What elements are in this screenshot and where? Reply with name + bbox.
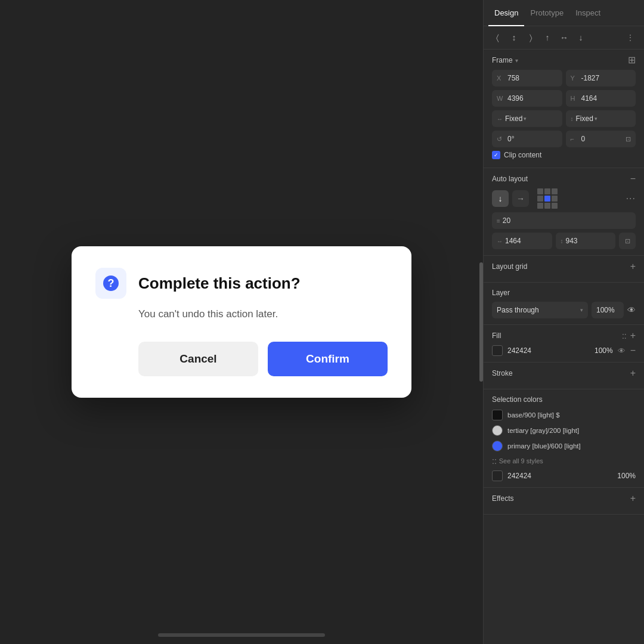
al-height-icon: ↕ (561, 238, 564, 244)
frame-width-sizing[interactable]: ↔ Fixed ▾ (492, 110, 562, 127)
al-more-options[interactable]: ··· (626, 193, 636, 204)
width-sizing-icon: ↔ (497, 116, 503, 122)
sel-label-gray200: tertiary [gray]/200 [light] (507, 427, 579, 434)
frame-w-prop[interactable]: W 4396 (492, 90, 562, 107)
height-sizing-value: Fixed (576, 114, 593, 123)
sel-swatch-blue600[interactable] (492, 441, 503, 451)
y-value: -1827 (581, 74, 600, 82)
h-value: 4164 (581, 94, 597, 103)
sel-color-gray200: tertiary [gray]/200 [light] (492, 425, 636, 436)
align-right-icon[interactable]: 〉 (524, 31, 537, 44)
height-sizing-icon: ↕ (571, 116, 574, 122)
auto-layout-size-row: ↔ 1464 ↕ 943 ⊡ (492, 233, 636, 249)
fill-visibility-icon[interactable]: 👁 (618, 346, 626, 355)
clip-content-label: Clip content (504, 151, 541, 159)
frame-x-prop[interactable]: X 758 (492, 70, 562, 86)
effects-add-btn[interactable]: + (630, 494, 636, 503)
fill-hex-value: 242424 (507, 346, 590, 355)
frame-corner-prop[interactable]: ⌐ 0 ⊡ (566, 131, 636, 147)
align-tools-row: 〈 ↕ 〉 ↑ ↔ ↓ ⋮ (484, 26, 644, 49)
frame-h-prop[interactable]: H 4164 (566, 90, 636, 107)
al-down-btn[interactable]: ↓ (492, 190, 509, 207)
fill-drag-handle[interactable]: :: (622, 331, 627, 340)
al-right-btn[interactable]: → (512, 190, 529, 207)
frame-y-prop[interactable]: Y -1827 (566, 70, 636, 86)
auto-layout-section: Auto layout − ↓ → ··· ≡ 20 (484, 168, 644, 256)
fill-opacity-value: 100% (595, 346, 613, 355)
canvas-horizontal-scrollbar[interactable] (158, 633, 325, 637)
al-dot-bc (544, 203, 550, 209)
frame-resize-icon[interactable]: ⊞ (628, 55, 636, 65)
layout-grid-add-btn[interactable]: + (630, 262, 636, 271)
design-panel: Design Prototype Inspect 〈 ↕ 〉 ↑ ↔ ↓ ⋮ F… (483, 0, 644, 644)
layer-visibility-icon[interactable]: 👁 (627, 305, 636, 315)
align-top-icon[interactable]: ↑ (541, 31, 554, 44)
sel-color-base900: base/900 [light] $ (492, 410, 636, 420)
selection-colors-title: Selection colors (492, 395, 543, 404)
fill-add-btn[interactable]: + (630, 331, 636, 340)
see-all-styles-link[interactable]: :: See all 9 styles (492, 456, 636, 466)
layout-grid-title: Layout grid (492, 262, 527, 271)
al-width-value: 1464 (505, 237, 521, 245)
stroke-add-btn[interactable]: + (630, 369, 636, 378)
align-left-icon[interactable]: 〈 (491, 31, 504, 44)
layer-section: Layer Pass through ▾ 100% 👁 (484, 283, 644, 325)
sel-swatch-gray200[interactable] (492, 425, 503, 436)
align-center-v-icon[interactable]: ↔ (558, 31, 571, 44)
canvas-vertical-scrollbar[interactable] (479, 262, 483, 382)
layout-grid-header: Layout grid + (492, 262, 636, 271)
modal-title: Complete this action? (138, 274, 301, 293)
al-height-prop[interactable]: ↕ 943 (556, 233, 616, 249)
fill-remove-btn[interactable]: − (630, 345, 636, 356)
rotation-icon: ↺ (497, 135, 505, 143)
tab-prototype[interactable]: Prototype (524, 1, 569, 26)
opacity-value: 100% (596, 306, 615, 314)
width-sizing-value: Fixed (505, 114, 522, 123)
layer-section-title: Layer (492, 289, 510, 297)
al-dot-tr (552, 188, 558, 194)
clip-content-checkbox[interactable]: ✓ (492, 151, 500, 159)
fill-color-swatch[interactable] (492, 345, 503, 356)
confirm-button[interactable]: Confirm (268, 342, 388, 376)
opacity-prop[interactable]: 100% (592, 302, 624, 318)
align-more-icon[interactable]: ⋮ (624, 31, 637, 44)
frame-rotation-prop[interactable]: ↺ 0° (492, 131, 562, 147)
align-bottom-icon[interactable]: ↓ (574, 31, 587, 44)
al-gap-prop[interactable]: ≡ 20 (492, 212, 636, 229)
sel-color-blue600: primary [blue]/600 [light] (492, 441, 636, 451)
tab-design[interactable]: Design (488, 1, 524, 26)
stroke-section-header: Stroke + (492, 369, 636, 378)
layout-grid-section: Layout grid + (484, 256, 644, 283)
frame-sizing-props: ↔ Fixed ▾ ↕ Fixed ▾ (492, 110, 636, 127)
frame-dropdown-chevron[interactable]: ▾ (515, 57, 518, 64)
al-width-prop[interactable]: ↔ 1464 (492, 233, 552, 249)
stroke-section: Stroke + (484, 363, 644, 389)
sel-fill-opacity: 100% (617, 472, 636, 480)
selection-colors-header: Selection colors (492, 395, 636, 404)
effects-section-header: Effects + (492, 494, 636, 503)
blend-mode-select[interactable]: Pass through ▾ (492, 302, 588, 318)
sel-fill-swatch[interactable] (492, 470, 503, 481)
clip-content-row: ✓ Clip content (492, 151, 636, 159)
al-dot-mr (552, 196, 558, 202)
blend-mode-value: Pass through (497, 306, 539, 314)
auto-layout-minus-btn[interactable]: − (630, 174, 636, 184)
al-dot-tc (544, 188, 550, 194)
al-gap-value: 20 (503, 216, 510, 225)
sel-label-blue600: primary [blue]/600 [light] (507, 442, 581, 450)
align-center-h-icon[interactable]: ↕ (507, 31, 521, 44)
cancel-button[interactable]: Cancel (138, 342, 258, 376)
frame-section-title: Frame ▾ (492, 56, 518, 64)
width-sizing-chevron: ▾ (524, 116, 527, 122)
auto-layout-header: Auto layout − (492, 174, 636, 184)
see-all-label: See all 9 styles (499, 457, 543, 465)
sel-swatch-base900[interactable] (492, 410, 503, 420)
frame-height-sizing[interactable]: ↕ Fixed ▾ (566, 110, 636, 127)
al-align-grid[interactable] (537, 188, 558, 209)
al-clip-icon[interactable]: ⊡ (619, 233, 636, 249)
auto-layout-title: Auto layout (492, 175, 528, 183)
al-height-value: 943 (566, 237, 578, 245)
frame-section: Frame ▾ ⊞ X 758 Y -1827 W 4396 H 4164 (484, 49, 644, 168)
tab-inspect[interactable]: Inspect (569, 1, 606, 26)
fill-row: 242424 100% 👁 − (492, 345, 636, 356)
